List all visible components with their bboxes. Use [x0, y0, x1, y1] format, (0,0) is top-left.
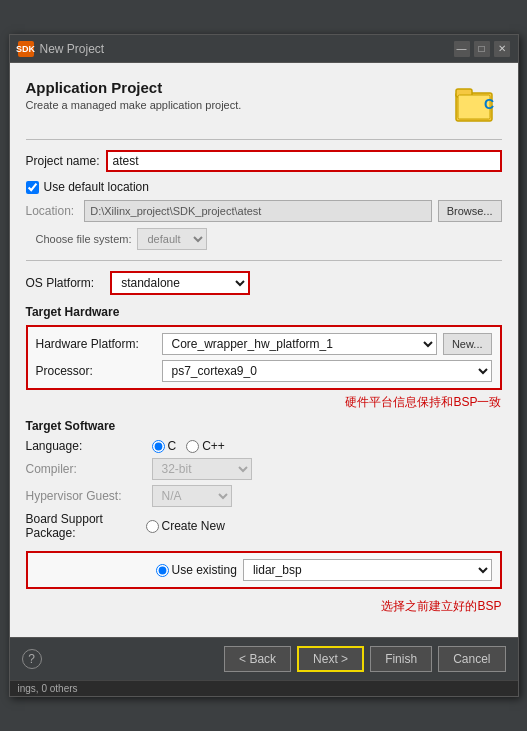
os-platform-label: OS Platform:: [26, 276, 95, 290]
project-name-label: Project name:: [26, 154, 100, 168]
new-hardware-button[interactable]: New...: [443, 333, 492, 355]
next-button[interactable]: Next >: [297, 646, 364, 672]
bsp-use-existing-radio[interactable]: [156, 564, 169, 577]
bsp-create-label: Create New: [162, 519, 225, 533]
filesystem-row: Choose file system: default: [26, 228, 502, 250]
bsp-create-option[interactable]: Create New: [146, 519, 225, 533]
hypervisor-row: Hypervisor Guest: N/A: [26, 485, 502, 507]
bsp-row: Board Support Package: Create New Use ex…: [26, 512, 502, 593]
processor-label: Processor:: [36, 364, 156, 378]
cancel-button[interactable]: Cancel: [438, 646, 505, 672]
location-label: Location:: [26, 204, 75, 218]
help-button[interactable]: ?: [22, 649, 42, 669]
page-title: Application Project: [26, 79, 242, 96]
status-text: ings, 0 others: [18, 683, 78, 694]
processor-select[interactable]: ps7_cortexa9_0: [162, 360, 492, 382]
filesystem-select[interactable]: default: [137, 228, 207, 250]
os-platform-row: OS Platform: standalone: [26, 271, 502, 295]
dialog-title: New Project: [40, 42, 105, 56]
hypervisor-select[interactable]: N/A: [152, 485, 232, 507]
minimize-button[interactable]: —: [454, 41, 470, 57]
page-subtitle: Create a managed make application projec…: [26, 99, 242, 111]
dialog-window: SDK New Project — □ ✕ Application Projec…: [9, 34, 519, 697]
target-software-section: Target Software Language: C C++ Com: [26, 419, 502, 593]
footer-buttons: < Back Next > Finish Cancel: [224, 646, 505, 672]
sdk-icon: SDK: [18, 41, 34, 57]
bsp-use-existing-option[interactable]: Use existing: [156, 563, 237, 577]
lang-cpp-radio[interactable]: [186, 440, 199, 453]
use-default-location-checkbox[interactable]: [26, 181, 39, 194]
processor-row: Processor: ps7_cortexa9_0: [36, 360, 492, 382]
hardware-platform-row: Hardware Platform: Core_wrapper_hw_platf…: [36, 333, 492, 355]
finish-button[interactable]: Finish: [370, 646, 432, 672]
os-platform-select[interactable]: standalone: [110, 271, 250, 295]
title-bar-left: SDK New Project: [18, 41, 105, 57]
section-sep-1: [26, 260, 502, 261]
project-icon: C: [454, 79, 502, 127]
svg-text:C: C: [484, 96, 494, 112]
maximize-button[interactable]: □: [474, 41, 490, 57]
lang-c-option[interactable]: C: [152, 439, 177, 453]
bsp-existing-select[interactable]: lidar_bsp: [243, 559, 492, 581]
use-default-location-label: Use default location: [44, 180, 149, 194]
window-controls: — □ ✕: [454, 41, 510, 57]
bsp-create-radio[interactable]: [146, 520, 159, 533]
browse-button[interactable]: Browse...: [438, 200, 502, 222]
footer-left: ?: [22, 649, 42, 669]
hardware-platform-select[interactable]: Core_wrapper_hw_platform_1: [162, 333, 437, 355]
back-button[interactable]: < Back: [224, 646, 291, 672]
bsp-box: Use existing lidar_bsp: [26, 551, 502, 589]
bsp-annotation: 选择之前建立好的BSP: [26, 598, 502, 615]
bsp-label: Board Support Package:: [26, 512, 146, 540]
project-name-row: Project name:: [26, 150, 502, 172]
filesystem-label: Choose file system:: [36, 233, 132, 245]
language-radio-group: C C++: [152, 439, 225, 453]
compiler-label: Compiler:: [26, 462, 146, 476]
dialog-footer: ? < Back Next > Finish Cancel: [10, 637, 518, 680]
project-name-input[interactable]: [106, 150, 502, 172]
header-separator: [26, 139, 502, 140]
dialog-body: Application Project Create a managed mak…: [10, 63, 518, 637]
lang-cpp-label: C++: [202, 439, 225, 453]
status-bar: ings, 0 others: [10, 680, 518, 696]
lang-c-radio[interactable]: [152, 440, 165, 453]
close-button[interactable]: ✕: [494, 41, 510, 57]
bsp-use-existing-label: Use existing: [172, 563, 237, 577]
target-hardware-box: Hardware Platform: Core_wrapper_hw_platf…: [26, 325, 502, 390]
header-section: Application Project Create a managed mak…: [26, 79, 502, 127]
location-input: [84, 200, 431, 222]
location-row: Location: Browse...: [26, 200, 502, 222]
lang-cpp-option[interactable]: C++: [186, 439, 225, 453]
target-hardware-title: Target Hardware: [26, 305, 502, 319]
hw-annotation: 硬件平台信息保持和BSP一致: [26, 394, 502, 411]
title-bar: SDK New Project — □ ✕: [10, 35, 518, 63]
hardware-platform-label: Hardware Platform:: [36, 337, 156, 351]
language-label: Language:: [26, 439, 146, 453]
compiler-select[interactable]: 32-bit: [152, 458, 252, 480]
compiler-row: Compiler: 32-bit: [26, 458, 502, 480]
target-software-title: Target Software: [26, 419, 502, 433]
lang-c-label: C: [168, 439, 177, 453]
use-default-location-row: Use default location: [26, 180, 502, 194]
hypervisor-label: Hypervisor Guest:: [26, 489, 146, 503]
language-row: Language: C C++: [26, 439, 502, 453]
header-text: Application Project Create a managed mak…: [26, 79, 242, 111]
